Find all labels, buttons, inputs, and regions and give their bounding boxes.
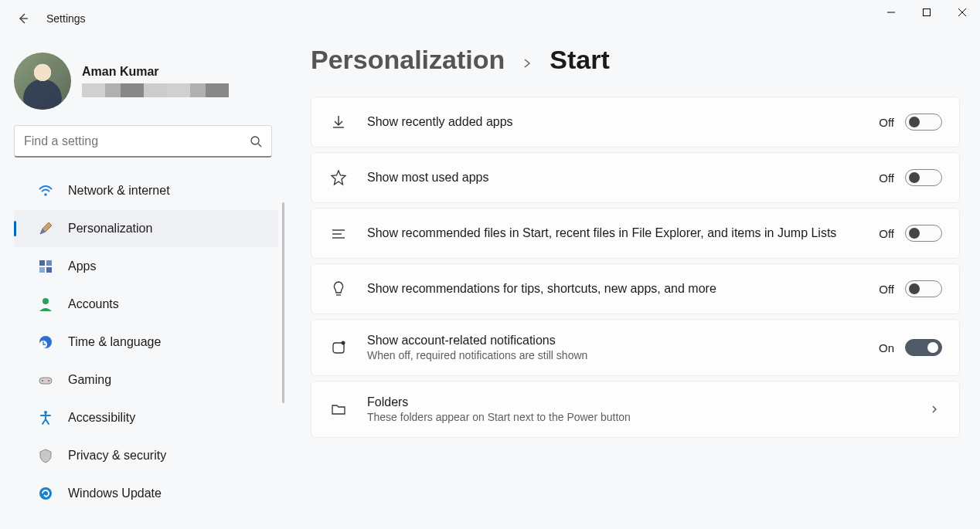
svg-rect-8 xyxy=(46,260,52,266)
svg-rect-7 xyxy=(39,260,45,266)
avatar xyxy=(14,53,71,110)
minimize-icon xyxy=(886,8,896,17)
search-input[interactable] xyxy=(24,134,250,148)
setting-title: Show recommended files in Start, recent … xyxy=(367,226,860,240)
svg-rect-14 xyxy=(39,378,52,384)
toggle-state-label: Off xyxy=(879,283,894,296)
chevron-right-icon xyxy=(522,58,533,69)
sync-icon xyxy=(37,485,54,502)
sidebar-item-network-internet[interactable]: Network & internet xyxy=(14,172,278,209)
titlebar: Settings xyxy=(0,0,980,37)
star-icon xyxy=(328,168,349,188)
list-icon xyxy=(328,223,349,243)
app-title: Settings xyxy=(46,12,86,25)
sidebar-item-privacy-security[interactable]: Privacy & security xyxy=(14,437,278,474)
sidebar-item-time-language[interactable]: Time & language xyxy=(14,324,278,361)
user-profile[interactable]: Aman Kumar xyxy=(0,46,286,125)
sidebar-item-windows-update[interactable]: Windows Update xyxy=(14,475,278,512)
user-name: Aman Kumar xyxy=(82,65,229,79)
svg-rect-10 xyxy=(46,267,52,273)
user-email-redacted xyxy=(82,83,229,97)
sidebar-item-label: Personalization xyxy=(68,222,152,236)
apps-icon xyxy=(37,258,54,275)
main-content: Personalization Start Show recently adde… xyxy=(286,37,980,529)
setting-row: Show most used apps Off xyxy=(311,152,960,203)
setting-row: Show account-related notifications When … xyxy=(311,319,960,376)
sidebar-item-accounts[interactable]: Accounts xyxy=(14,286,278,323)
sidebar-item-label: Network & internet xyxy=(68,184,170,198)
svg-rect-1 xyxy=(924,9,931,16)
sidebar-item-apps[interactable]: Apps xyxy=(14,248,278,285)
toggle-state-label: Off xyxy=(879,116,894,129)
folder-icon xyxy=(328,399,349,419)
download-icon xyxy=(328,112,349,132)
svg-point-24 xyxy=(342,341,345,345)
sidebar-item-label: Accounts xyxy=(68,297,119,311)
close-icon xyxy=(958,8,967,17)
sidebar-item-label: Apps xyxy=(68,259,96,273)
sidebar-item-gaming[interactable]: Gaming xyxy=(14,361,278,398)
sidebar-item-label: Accessibility xyxy=(68,411,135,425)
sidebar-item-label: Windows Update xyxy=(68,487,162,500)
person-icon xyxy=(37,296,54,313)
toggle-switch[interactable] xyxy=(905,225,942,242)
breadcrumb-parent[interactable]: Personalization xyxy=(311,45,505,75)
breadcrumb-current: Start xyxy=(550,45,609,75)
sidebar: Aman Kumar Network & internetPersonaliza… xyxy=(0,37,286,529)
lightbulb-icon xyxy=(328,279,349,299)
toggle-switch[interactable] xyxy=(905,339,942,356)
maximize-icon xyxy=(922,8,931,17)
search-input-wrapper[interactable] xyxy=(14,125,272,158)
setting-subtitle: When off, required notifications are sti… xyxy=(367,349,860,361)
toggle-switch[interactable] xyxy=(905,280,942,297)
toggle-state-label: Off xyxy=(879,171,894,185)
sidebar-scrollbar[interactable] xyxy=(282,202,284,403)
accessibility-icon xyxy=(37,409,54,426)
search-icon xyxy=(250,135,262,148)
setting-subtitle: These folders appear on Start next to th… xyxy=(367,411,908,423)
toggle-state-label: Off xyxy=(879,227,894,240)
svg-point-15 xyxy=(42,380,43,381)
svg-point-18 xyxy=(39,487,52,500)
sidebar-item-label: Gaming xyxy=(68,373,111,387)
gamepad-icon xyxy=(37,371,54,388)
toggle-state-label: On xyxy=(879,341,894,354)
shield-icon xyxy=(37,447,54,464)
chevron-right-icon xyxy=(927,402,942,417)
setting-row: Show recommendations for tips, shortcuts… xyxy=(311,263,960,314)
paintbrush-icon xyxy=(37,220,54,237)
toggle-switch[interactable] xyxy=(905,114,942,131)
maximize-button[interactable] xyxy=(909,0,944,25)
setting-title: Show recommendations for tips, shortcuts… xyxy=(367,282,860,296)
sidebar-item-accessibility[interactable]: Accessibility xyxy=(14,399,278,436)
svg-rect-9 xyxy=(39,267,45,273)
setting-title: Show most used apps xyxy=(367,171,860,185)
breadcrumb: Personalization Start xyxy=(311,45,960,75)
back-arrow-icon xyxy=(17,12,29,25)
svg-point-4 xyxy=(251,137,259,144)
setting-title: Show recently added apps xyxy=(367,115,860,129)
setting-row: Show recently added apps Off xyxy=(311,97,960,148)
notification-icon xyxy=(328,337,349,358)
wifi-icon xyxy=(37,182,54,199)
close-button[interactable] xyxy=(944,0,980,25)
svg-point-6 xyxy=(44,193,47,196)
minimize-button[interactable] xyxy=(873,0,909,25)
setting-row[interactable]: Folders These folders appear on Start ne… xyxy=(311,381,960,438)
sidebar-item-personalization[interactable]: Personalization xyxy=(14,210,278,247)
setting-row: Show recommended files in Start, recent … xyxy=(311,208,960,259)
setting-title: Folders xyxy=(367,395,908,409)
nav-list: Network & internetPersonalizationAppsAcc… xyxy=(0,171,286,529)
svg-point-11 xyxy=(43,298,49,304)
svg-line-5 xyxy=(258,144,261,147)
toggle-switch[interactable] xyxy=(905,169,942,186)
sidebar-item-label: Time & language xyxy=(68,335,161,349)
settings-list: Show recently added apps Off Show most u… xyxy=(311,97,960,438)
svg-point-16 xyxy=(48,380,49,381)
setting-title: Show account-related notifications xyxy=(367,334,860,348)
sidebar-item-label: Privacy & security xyxy=(68,449,166,463)
back-button[interactable] xyxy=(12,8,34,29)
window-controls xyxy=(873,0,980,25)
clock-globe-icon xyxy=(37,334,54,351)
